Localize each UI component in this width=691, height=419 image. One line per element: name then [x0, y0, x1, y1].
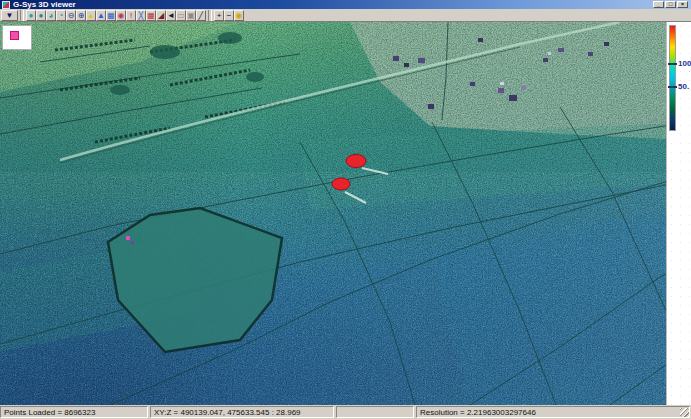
decrease-button[interactable]: −: [224, 10, 234, 21]
minimize-button[interactable]: _: [653, 1, 664, 8]
status-resolution-text: Resolution = 2.21963003297646: [420, 408, 536, 417]
legend-label-50: 50.: [678, 83, 689, 91]
profile-line-button[interactable]: ╱: [196, 10, 206, 21]
status-points-loaded: Points Loaded = 8696323: [0, 406, 148, 418]
window-title: G-Sys 3D viewer: [13, 0, 76, 9]
elevation-legend-panel: 100. 50.: [666, 22, 691, 405]
select-arrow-button[interactable]: ◄: [166, 10, 176, 21]
toolbar-separator: [20, 10, 24, 21]
open-dropdown-button[interactable]: ▼: [1, 10, 18, 21]
edit-pen-button[interactable]: ◢: [156, 10, 166, 21]
increase-button[interactable]: +: [214, 10, 224, 21]
legend-tick-50: [668, 86, 677, 88]
point-cloud-button[interactable]: ●: [26, 10, 36, 21]
elevation-gradient-bar: [669, 25, 676, 131]
close-button[interactable]: ×: [677, 1, 688, 8]
alert-button[interactable]: !: [126, 10, 136, 21]
measure-a-button[interactable]: ▭: [176, 10, 186, 21]
resize-grip[interactable]: [680, 408, 689, 417]
status-resolution: Resolution = 2.21963003297646: [416, 406, 690, 418]
shaded-view-button[interactable]: ◕: [46, 10, 56, 21]
zoom-in-button[interactable]: ⊕: [76, 10, 86, 21]
restore-button[interactable]: □: [665, 1, 676, 8]
app-window: G-Sys 3D viewer _ □ × ▼●●◕◔⊖⊕▲▲▦◉!╳▦◢◄▭▣…: [0, 0, 691, 419]
terrain-render: [0, 22, 691, 405]
inset-color-swatch: [10, 31, 19, 40]
light-button[interactable]: ◉: [234, 10, 244, 21]
measure-b-button[interactable]: ▣: [186, 10, 196, 21]
grid-red-button[interactable]: ▦: [146, 10, 156, 21]
toolbar: ▼●●◕◔⊖⊕▲▲▦◉!╳▦◢◄▭▣╱+−◉: [0, 9, 691, 22]
world-grid-button[interactable]: ▦: [106, 10, 116, 21]
mesh-cross-button[interactable]: ╳: [136, 10, 146, 21]
globe-view-button[interactable]: ◔: [56, 10, 66, 21]
red-marker[interactable]: [346, 155, 366, 168]
inset-legend-box: [2, 25, 32, 50]
legend-tick-100: [668, 63, 677, 65]
zoom-out-button[interactable]: ⊖: [66, 10, 76, 21]
surface-view-button[interactable]: ●: [36, 10, 46, 21]
app-icon: [2, 1, 10, 9]
status-coordinates: XY:Z = 490139.047, 475633.545 : 28.969: [150, 406, 334, 418]
tin-blue-button[interactable]: ▲: [96, 10, 106, 21]
red-marker[interactable]: [332, 178, 350, 190]
status-bar: Points Loaded = 8696323 XY:Z = 490139.04…: [0, 405, 691, 419]
title-bar[interactable]: G-Sys 3D viewer _ □ ×: [0, 0, 691, 9]
sphere-render-button[interactable]: ◉: [116, 10, 126, 21]
tin-yellow-button[interactable]: ▲: [86, 10, 96, 21]
toolbar-separator: [208, 10, 212, 21]
status-spare: [336, 406, 414, 418]
map-view[interactable]: [0, 22, 691, 405]
legend-label-100: 100.: [678, 60, 691, 68]
